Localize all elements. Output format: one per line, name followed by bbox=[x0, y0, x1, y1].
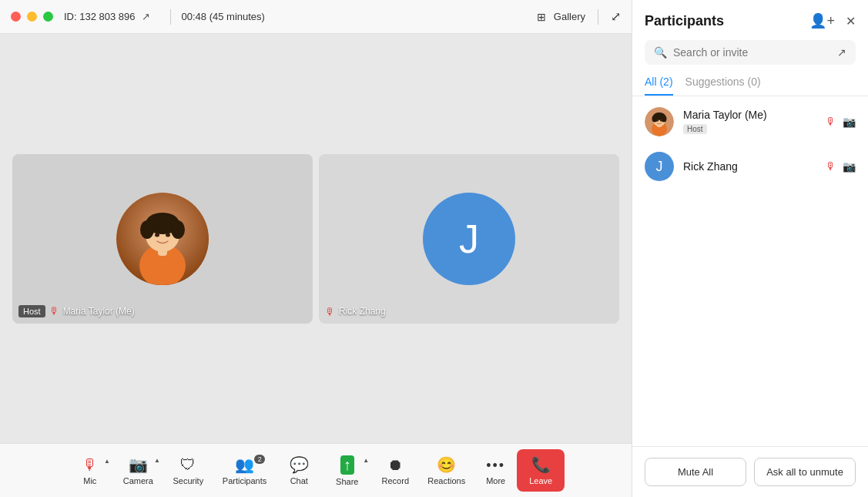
mic-muted-icon-maria: 🎙 bbox=[826, 116, 836, 128]
participant-count-badge: 2 bbox=[254, 455, 265, 464]
toolbar: 🎙 Mic ▲ 📷 Camera ▲ 🛡 Security 👥 bbox=[0, 443, 632, 497]
tile-label-rick: 🎙 Rick Zhang bbox=[325, 306, 386, 317]
avatar-rick-panel: J bbox=[645, 152, 674, 181]
camera-button[interactable]: 📷 Camera ▲ bbox=[113, 451, 163, 490]
meeting-id: ID: 132 803 896 bbox=[64, 11, 136, 22]
security-label: Security bbox=[173, 476, 203, 485]
panel-header: Participants 👤+ ✕ bbox=[632, 0, 868, 35]
leave-label: Leave bbox=[529, 476, 552, 485]
mic-button[interactable]: 🎙 Mic ▲ bbox=[67, 452, 113, 490]
traffic-lights[interactable] bbox=[11, 12, 53, 22]
svg-point-9 bbox=[166, 233, 170, 237]
muted-mic-icon-maria: 🎙 bbox=[49, 305, 59, 317]
tab-suggestions[interactable]: Suggestions (0) bbox=[685, 69, 761, 96]
tile-label-maria: Host 🎙 Maria Taylor (Me) bbox=[18, 305, 135, 317]
share-caret[interactable]: ▲ bbox=[363, 457, 369, 464]
reactions-label: Reactions bbox=[427, 476, 465, 485]
participant-icons-maria: 🎙 📷 bbox=[826, 116, 856, 128]
leave-button[interactable]: 📞 Leave bbox=[517, 449, 565, 492]
video-tile-maria: Host 🎙 Maria Taylor (Me) bbox=[12, 154, 313, 324]
external-share-icon[interactable]: ↗ bbox=[837, 46, 846, 59]
host-badge-panel: Host bbox=[683, 124, 707, 134]
participant-info-maria: Maria Taylor (Me) Host bbox=[683, 109, 816, 135]
video-muted-icon-rick: 📷 bbox=[843, 160, 856, 173]
share-label: Share bbox=[336, 477, 358, 486]
leave-icon: 📞 bbox=[531, 455, 551, 474]
gallery-label[interactable]: Gallery bbox=[554, 11, 585, 22]
participant-row-rick[interactable]: J Rick Zhang 🎙 📷 bbox=[632, 144, 868, 189]
mic-icon: 🎙 bbox=[82, 456, 98, 474]
svg-point-7 bbox=[152, 214, 173, 227]
mic-label: Mic bbox=[83, 476, 96, 485]
camera-caret[interactable]: ▲ bbox=[154, 457, 160, 464]
avatar-maria-panel bbox=[645, 107, 674, 136]
tab-all[interactable]: All (2) bbox=[645, 69, 673, 96]
avatar-rick: J bbox=[423, 193, 515, 285]
expand-icon[interactable]: ⤢ bbox=[611, 9, 621, 24]
video-tile-rick: J 🎙 Rick Zhang bbox=[319, 154, 619, 324]
minimize-button[interactable] bbox=[27, 12, 37, 22]
search-icon: 🔍 bbox=[654, 46, 667, 59]
ask-unmute-button[interactable]: Ask all to unmute bbox=[754, 458, 856, 486]
security-button[interactable]: 🛡 Security bbox=[163, 452, 213, 490]
svg-point-6 bbox=[171, 220, 185, 239]
close-button[interactable] bbox=[11, 12, 21, 22]
camera-icon: 📷 bbox=[129, 455, 148, 474]
participant-name-maria: Maria Taylor (Me) bbox=[683, 109, 816, 121]
svg-point-18 bbox=[660, 119, 662, 121]
participants-icon: 👥 bbox=[235, 455, 254, 474]
share-link-icon[interactable]: ↗ bbox=[142, 11, 150, 22]
more-button[interactable]: ••• More bbox=[474, 452, 517, 490]
mic-muted-icon-rick: 🎙 bbox=[826, 160, 836, 173]
participants-list: Maria Taylor (Me) Host 🎙 📷 J Rick Zhang bbox=[632, 96, 868, 446]
participants-panel: Participants 👤+ ✕ 🔍 ↗ All (2) Suggestion… bbox=[632, 0, 868, 497]
add-participant-icon[interactable]: 👤+ bbox=[809, 12, 835, 29]
video-muted-icon-maria: 📷 bbox=[843, 116, 856, 128]
panel-title: Participants bbox=[645, 13, 724, 29]
participants-label: Participants bbox=[223, 476, 266, 485]
record-button[interactable]: ⏺ Record bbox=[372, 452, 418, 490]
security-icon: 🛡 bbox=[180, 456, 196, 474]
close-panel-icon[interactable]: ✕ bbox=[846, 14, 856, 29]
tile-name-rick: Rick Zhang bbox=[339, 306, 386, 317]
svg-point-8 bbox=[155, 233, 159, 237]
panel-bottom-actions: Mute All Ask all to unmute bbox=[632, 446, 868, 497]
svg-point-5 bbox=[140, 220, 154, 239]
mic-caret[interactable]: ▲ bbox=[104, 458, 110, 465]
share-icon: ↑ bbox=[340, 455, 354, 475]
chat-label: Chat bbox=[290, 476, 308, 485]
chat-button[interactable]: 💬 Chat bbox=[276, 451, 322, 490]
timer: 00:48 (45 minutes) bbox=[182, 11, 265, 22]
avatar-maria bbox=[116, 193, 209, 285]
video-grid: Host 🎙 Maria Taylor (Me) J 🎙 Rick Zhang bbox=[0, 34, 632, 443]
participant-icons-rick: 🎙 📷 bbox=[826, 160, 856, 173]
participant-info-rick: Rick Zhang bbox=[683, 160, 816, 173]
reactions-icon: 😊 bbox=[437, 455, 456, 474]
search-input[interactable] bbox=[673, 46, 831, 59]
host-badge: Host bbox=[18, 305, 45, 317]
maximize-button[interactable] bbox=[43, 12, 53, 22]
svg-point-17 bbox=[656, 119, 659, 121]
participants-button[interactable]: 👥 Participants 2 bbox=[213, 451, 276, 490]
more-icon: ••• bbox=[486, 458, 505, 474]
participant-name-rick: Rick Zhang bbox=[683, 160, 816, 173]
tile-name-maria: Maria Taylor (Me) bbox=[63, 306, 135, 317]
gallery-icon: ⊞ bbox=[537, 11, 546, 23]
muted-mic-icon-rick: 🎙 bbox=[325, 306, 335, 317]
participant-row-maria[interactable]: Maria Taylor (Me) Host 🎙 📷 bbox=[632, 99, 868, 144]
share-button[interactable]: ↑ Share ▲ bbox=[322, 451, 372, 491]
record-icon: ⏺ bbox=[387, 456, 403, 474]
more-label: More bbox=[486, 476, 505, 485]
tabs-row: All (2) Suggestions (0) bbox=[632, 69, 868, 96]
camera-label: Camera bbox=[123, 476, 153, 485]
mute-all-button[interactable]: Mute All bbox=[645, 458, 746, 486]
record-label: Record bbox=[382, 476, 409, 485]
search-box: 🔍 ↗ bbox=[645, 40, 856, 65]
reactions-button[interactable]: 😊 Reactions bbox=[418, 451, 474, 490]
chat-icon: 💬 bbox=[290, 455, 309, 474]
